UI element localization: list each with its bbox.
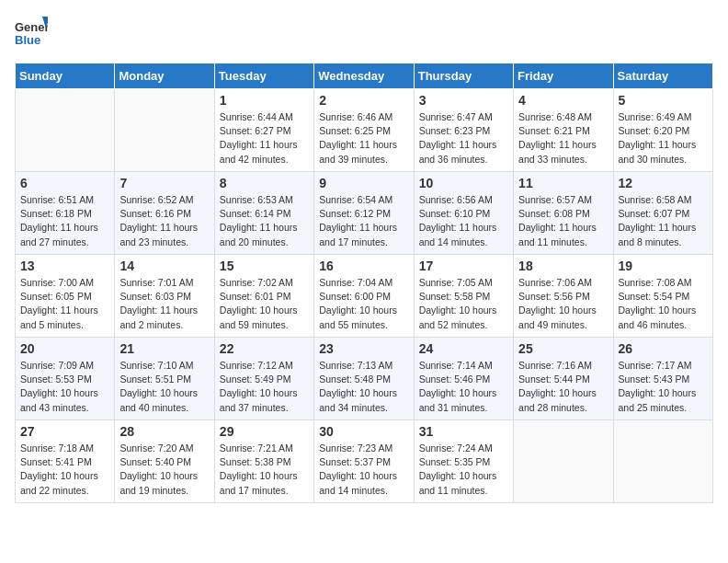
day-number: 2 xyxy=(319,93,408,108)
day-info: Sunrise: 7:01 AM Sunset: 6:03 PM Dayligh… xyxy=(119,276,209,332)
calendar-cell: 30Sunrise: 7:23 AM Sunset: 5:37 PM Dayli… xyxy=(314,420,414,503)
weekday-header: Sunday xyxy=(16,63,115,89)
calendar-cell: 24Sunrise: 7:14 AM Sunset: 5:46 PM Dayli… xyxy=(414,338,513,420)
day-number: 31 xyxy=(419,424,508,439)
day-number: 8 xyxy=(220,176,309,190)
day-number: 17 xyxy=(419,259,508,273)
day-info: Sunrise: 7:04 AM Sunset: 6:00 PM Dayligh… xyxy=(319,276,408,332)
day-number: 29 xyxy=(220,424,309,439)
day-info: Sunrise: 7:23 AM Sunset: 5:37 PM Dayligh… xyxy=(319,442,408,498)
day-info: Sunrise: 6:54 AM Sunset: 6:12 PM Dayligh… xyxy=(319,193,408,249)
day-info: Sunrise: 6:48 AM Sunset: 6:21 PM Dayligh… xyxy=(518,110,608,167)
day-info: Sunrise: 6:58 AM Sunset: 6:07 PM Dayligh… xyxy=(619,193,708,249)
calendar-cell xyxy=(16,89,115,172)
calendar-cell: 9Sunrise: 6:54 AM Sunset: 6:12 PM Daylig… xyxy=(314,172,414,255)
day-info: Sunrise: 7:17 AM Sunset: 5:43 PM Dayligh… xyxy=(619,359,708,415)
day-number: 30 xyxy=(319,424,408,439)
day-info: Sunrise: 7:20 AM Sunset: 5:40 PM Dayligh… xyxy=(119,442,209,498)
day-number: 27 xyxy=(20,424,109,439)
calendar-cell: 11Sunrise: 6:57 AM Sunset: 6:08 PM Dayli… xyxy=(514,172,613,255)
day-info: Sunrise: 7:21 AM Sunset: 5:38 PM Dayligh… xyxy=(220,442,309,498)
calendar-cell: 18Sunrise: 7:06 AM Sunset: 5:56 PM Dayli… xyxy=(514,255,613,338)
day-number: 19 xyxy=(619,259,708,273)
calendar-cell xyxy=(115,89,214,172)
day-info: Sunrise: 6:49 AM Sunset: 6:20 PM Dayligh… xyxy=(619,110,708,167)
day-info: Sunrise: 7:12 AM Sunset: 5:49 PM Dayligh… xyxy=(220,359,309,415)
calendar-cell xyxy=(514,420,613,503)
calendar-cell: 10Sunrise: 6:56 AM Sunset: 6:10 PM Dayli… xyxy=(414,172,513,255)
day-info: Sunrise: 6:46 AM Sunset: 6:25 PM Dayligh… xyxy=(319,110,408,167)
day-number: 11 xyxy=(518,176,608,190)
calendar-cell: 26Sunrise: 7:17 AM Sunset: 5:43 PM Dayli… xyxy=(613,338,712,420)
calendar-cell: 28Sunrise: 7:20 AM Sunset: 5:40 PM Dayli… xyxy=(115,420,214,503)
day-number: 5 xyxy=(619,93,708,108)
calendar-cell: 22Sunrise: 7:12 AM Sunset: 5:49 PM Dayli… xyxy=(214,338,313,420)
svg-text:Blue: Blue xyxy=(15,33,40,47)
calendar-cell: 16Sunrise: 7:04 AM Sunset: 6:00 PM Dayli… xyxy=(314,255,414,338)
calendar-table: SundayMondayTuesdayWednesdayThursdayFrid… xyxy=(15,63,713,503)
calendar-cell: 14Sunrise: 7:01 AM Sunset: 6:03 PM Dayli… xyxy=(115,255,214,338)
day-info: Sunrise: 7:06 AM Sunset: 5:56 PM Dayligh… xyxy=(518,276,608,332)
day-number: 20 xyxy=(20,341,109,356)
day-info: Sunrise: 7:10 AM Sunset: 5:51 PM Dayligh… xyxy=(119,359,209,415)
calendar-cell: 4Sunrise: 6:48 AM Sunset: 6:21 PM Daylig… xyxy=(514,89,613,172)
day-info: Sunrise: 6:51 AM Sunset: 6:18 PM Dayligh… xyxy=(20,193,109,249)
day-number: 15 xyxy=(220,259,309,273)
day-info: Sunrise: 6:56 AM Sunset: 6:10 PM Dayligh… xyxy=(419,193,508,249)
day-number: 24 xyxy=(419,341,508,356)
calendar-cell: 31Sunrise: 7:24 AM Sunset: 5:35 PM Dayli… xyxy=(414,420,513,503)
logo-graphic: General Blue xyxy=(15,15,48,52)
day-number: 18 xyxy=(518,259,608,273)
day-number: 9 xyxy=(319,176,408,190)
weekday-header: Thursday xyxy=(414,63,513,89)
day-info: Sunrise: 7:02 AM Sunset: 6:01 PM Dayligh… xyxy=(220,276,309,332)
day-info: Sunrise: 7:05 AM Sunset: 5:58 PM Dayligh… xyxy=(419,276,508,332)
day-number: 10 xyxy=(419,176,508,190)
day-info: Sunrise: 7:09 AM Sunset: 5:53 PM Dayligh… xyxy=(20,359,109,415)
calendar-week-row: 27Sunrise: 7:18 AM Sunset: 5:41 PM Dayli… xyxy=(16,420,713,503)
weekday-header: Friday xyxy=(514,63,613,89)
day-info: Sunrise: 7:24 AM Sunset: 5:35 PM Dayligh… xyxy=(419,442,508,498)
day-info: Sunrise: 7:00 AM Sunset: 6:05 PM Dayligh… xyxy=(20,276,109,332)
day-number: 6 xyxy=(20,176,109,190)
calendar-week-row: 1Sunrise: 6:44 AM Sunset: 6:27 PM Daylig… xyxy=(16,89,713,172)
day-info: Sunrise: 6:47 AM Sunset: 6:23 PM Dayligh… xyxy=(419,110,508,167)
day-number: 4 xyxy=(518,93,608,108)
calendar-cell: 5Sunrise: 6:49 AM Sunset: 6:20 PM Daylig… xyxy=(613,89,712,172)
day-number: 14 xyxy=(119,259,209,273)
calendar-cell: 3Sunrise: 6:47 AM Sunset: 6:23 PM Daylig… xyxy=(414,89,513,172)
calendar-cell: 19Sunrise: 7:08 AM Sunset: 5:54 PM Dayli… xyxy=(613,255,712,338)
calendar-cell: 29Sunrise: 7:21 AM Sunset: 5:38 PM Dayli… xyxy=(214,420,313,503)
day-info: Sunrise: 6:57 AM Sunset: 6:08 PM Dayligh… xyxy=(518,193,608,249)
calendar-week-row: 13Sunrise: 7:00 AM Sunset: 6:05 PM Dayli… xyxy=(16,255,713,338)
weekday-header: Wednesday xyxy=(314,63,414,89)
calendar-cell: 13Sunrise: 7:00 AM Sunset: 6:05 PM Dayli… xyxy=(16,255,115,338)
calendar-cell: 20Sunrise: 7:09 AM Sunset: 5:53 PM Dayli… xyxy=(16,338,115,420)
weekday-header: Saturday xyxy=(613,63,712,89)
calendar-cell: 21Sunrise: 7:10 AM Sunset: 5:51 PM Dayli… xyxy=(115,338,214,420)
calendar-cell: 8Sunrise: 6:53 AM Sunset: 6:14 PM Daylig… xyxy=(214,172,313,255)
calendar-cell: 27Sunrise: 7:18 AM Sunset: 5:41 PM Dayli… xyxy=(16,420,115,503)
day-info: Sunrise: 7:08 AM Sunset: 5:54 PM Dayligh… xyxy=(619,276,708,332)
calendar-cell: 1Sunrise: 6:44 AM Sunset: 6:27 PM Daylig… xyxy=(214,89,313,172)
day-info: Sunrise: 7:18 AM Sunset: 5:41 PM Dayligh… xyxy=(20,442,109,498)
day-number: 12 xyxy=(619,176,708,190)
calendar-cell: 7Sunrise: 6:52 AM Sunset: 6:16 PM Daylig… xyxy=(115,172,214,255)
day-info: Sunrise: 7:13 AM Sunset: 5:48 PM Dayligh… xyxy=(319,359,408,415)
day-number: 26 xyxy=(619,341,708,356)
weekday-header: Monday xyxy=(115,63,214,89)
day-number: 7 xyxy=(119,176,209,190)
calendar-cell: 23Sunrise: 7:13 AM Sunset: 5:48 PM Dayli… xyxy=(314,338,414,420)
day-number: 22 xyxy=(220,341,309,356)
svg-text:General: General xyxy=(15,20,48,34)
day-number: 13 xyxy=(20,259,109,273)
day-info: Sunrise: 6:52 AM Sunset: 6:16 PM Dayligh… xyxy=(119,193,209,249)
calendar-cell: 2Sunrise: 6:46 AM Sunset: 6:25 PM Daylig… xyxy=(314,89,414,172)
day-info: Sunrise: 6:44 AM Sunset: 6:27 PM Dayligh… xyxy=(220,110,309,167)
calendar-cell: 12Sunrise: 6:58 AM Sunset: 6:07 PM Dayli… xyxy=(613,172,712,255)
day-number: 28 xyxy=(119,424,209,439)
day-number: 16 xyxy=(319,259,408,273)
calendar-week-row: 20Sunrise: 7:09 AM Sunset: 5:53 PM Dayli… xyxy=(16,338,713,420)
calendar-week-row: 6Sunrise: 6:51 AM Sunset: 6:18 PM Daylig… xyxy=(16,172,713,255)
day-info: Sunrise: 6:53 AM Sunset: 6:14 PM Dayligh… xyxy=(220,193,309,249)
